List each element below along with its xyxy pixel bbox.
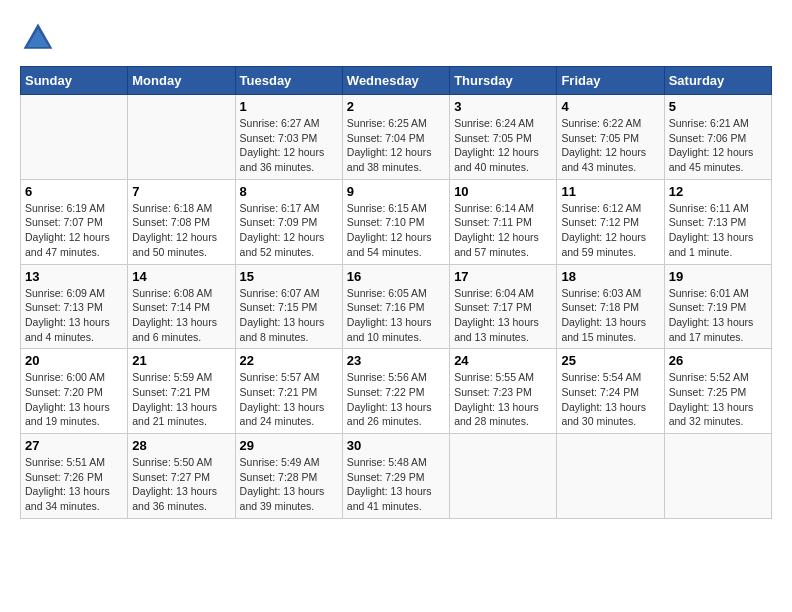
day-number: 26 <box>669 353 767 368</box>
calendar-cell: 25Sunrise: 5:54 AMSunset: 7:24 PMDayligh… <box>557 349 664 434</box>
day-number: 29 <box>240 438 338 453</box>
calendar-cell: 3Sunrise: 6:24 AMSunset: 7:05 PMDaylight… <box>450 95 557 180</box>
day-number: 8 <box>240 184 338 199</box>
day-info: Sunrise: 5:57 AMSunset: 7:21 PMDaylight:… <box>240 370 338 429</box>
day-number: 18 <box>561 269 659 284</box>
calendar-cell: 5Sunrise: 6:21 AMSunset: 7:06 PMDaylight… <box>664 95 771 180</box>
day-number: 13 <box>25 269 123 284</box>
calendar-cell: 19Sunrise: 6:01 AMSunset: 7:19 PMDayligh… <box>664 264 771 349</box>
calendar-cell: 22Sunrise: 5:57 AMSunset: 7:21 PMDayligh… <box>235 349 342 434</box>
day-info: Sunrise: 5:56 AMSunset: 7:22 PMDaylight:… <box>347 370 445 429</box>
day-info: Sunrise: 6:21 AMSunset: 7:06 PMDaylight:… <box>669 116 767 175</box>
header-wednesday: Wednesday <box>342 67 449 95</box>
calendar-cell: 18Sunrise: 6:03 AMSunset: 7:18 PMDayligh… <box>557 264 664 349</box>
day-info: Sunrise: 5:51 AMSunset: 7:26 PMDaylight:… <box>25 455 123 514</box>
day-number: 16 <box>347 269 445 284</box>
day-number: 7 <box>132 184 230 199</box>
calendar-cell: 9Sunrise: 6:15 AMSunset: 7:10 PMDaylight… <box>342 179 449 264</box>
calendar-cell <box>128 95 235 180</box>
day-number: 2 <box>347 99 445 114</box>
calendar-cell: 27Sunrise: 5:51 AMSunset: 7:26 PMDayligh… <box>21 434 128 519</box>
logo-icon <box>20 20 56 56</box>
day-info: Sunrise: 6:05 AMSunset: 7:16 PMDaylight:… <box>347 286 445 345</box>
day-number: 17 <box>454 269 552 284</box>
day-info: Sunrise: 5:54 AMSunset: 7:24 PMDaylight:… <box>561 370 659 429</box>
day-info: Sunrise: 6:27 AMSunset: 7:03 PMDaylight:… <box>240 116 338 175</box>
header-saturday: Saturday <box>664 67 771 95</box>
calendar-cell: 12Sunrise: 6:11 AMSunset: 7:13 PMDayligh… <box>664 179 771 264</box>
calendar-cell: 1Sunrise: 6:27 AMSunset: 7:03 PMDaylight… <box>235 95 342 180</box>
calendar-header: SundayMondayTuesdayWednesdayThursdayFrid… <box>21 67 772 95</box>
day-number: 19 <box>669 269 767 284</box>
calendar-cell: 16Sunrise: 6:05 AMSunset: 7:16 PMDayligh… <box>342 264 449 349</box>
calendar-cell: 28Sunrise: 5:50 AMSunset: 7:27 PMDayligh… <box>128 434 235 519</box>
day-number: 5 <box>669 99 767 114</box>
day-info: Sunrise: 6:18 AMSunset: 7:08 PMDaylight:… <box>132 201 230 260</box>
day-number: 14 <box>132 269 230 284</box>
header-row: SundayMondayTuesdayWednesdayThursdayFrid… <box>21 67 772 95</box>
day-info: Sunrise: 6:15 AMSunset: 7:10 PMDaylight:… <box>347 201 445 260</box>
calendar-cell: 14Sunrise: 6:08 AMSunset: 7:14 PMDayligh… <box>128 264 235 349</box>
week-row-3: 13Sunrise: 6:09 AMSunset: 7:13 PMDayligh… <box>21 264 772 349</box>
calendar-cell: 29Sunrise: 5:49 AMSunset: 7:28 PMDayligh… <box>235 434 342 519</box>
header-sunday: Sunday <box>21 67 128 95</box>
day-number: 15 <box>240 269 338 284</box>
day-info: Sunrise: 6:07 AMSunset: 7:15 PMDaylight:… <box>240 286 338 345</box>
calendar-cell: 26Sunrise: 5:52 AMSunset: 7:25 PMDayligh… <box>664 349 771 434</box>
calendar-cell <box>450 434 557 519</box>
calendar-cell: 15Sunrise: 6:07 AMSunset: 7:15 PMDayligh… <box>235 264 342 349</box>
day-info: Sunrise: 6:09 AMSunset: 7:13 PMDaylight:… <box>25 286 123 345</box>
day-info: Sunrise: 6:08 AMSunset: 7:14 PMDaylight:… <box>132 286 230 345</box>
day-info: Sunrise: 5:55 AMSunset: 7:23 PMDaylight:… <box>454 370 552 429</box>
day-number: 12 <box>669 184 767 199</box>
calendar-cell: 21Sunrise: 5:59 AMSunset: 7:21 PMDayligh… <box>128 349 235 434</box>
day-info: Sunrise: 5:49 AMSunset: 7:28 PMDaylight:… <box>240 455 338 514</box>
day-info: Sunrise: 6:03 AMSunset: 7:18 PMDaylight:… <box>561 286 659 345</box>
calendar-cell: 6Sunrise: 6:19 AMSunset: 7:07 PMDaylight… <box>21 179 128 264</box>
day-info: Sunrise: 5:59 AMSunset: 7:21 PMDaylight:… <box>132 370 230 429</box>
calendar-cell: 7Sunrise: 6:18 AMSunset: 7:08 PMDaylight… <box>128 179 235 264</box>
day-number: 4 <box>561 99 659 114</box>
day-number: 30 <box>347 438 445 453</box>
calendar-cell: 17Sunrise: 6:04 AMSunset: 7:17 PMDayligh… <box>450 264 557 349</box>
day-number: 6 <box>25 184 123 199</box>
day-number: 3 <box>454 99 552 114</box>
page-header <box>20 20 772 56</box>
day-info: Sunrise: 6:25 AMSunset: 7:04 PMDaylight:… <box>347 116 445 175</box>
day-number: 22 <box>240 353 338 368</box>
week-row-2: 6Sunrise: 6:19 AMSunset: 7:07 PMDaylight… <box>21 179 772 264</box>
day-info: Sunrise: 6:01 AMSunset: 7:19 PMDaylight:… <box>669 286 767 345</box>
day-number: 28 <box>132 438 230 453</box>
day-number: 23 <box>347 353 445 368</box>
week-row-4: 20Sunrise: 6:00 AMSunset: 7:20 PMDayligh… <box>21 349 772 434</box>
day-info: Sunrise: 6:22 AMSunset: 7:05 PMDaylight:… <box>561 116 659 175</box>
header-thursday: Thursday <box>450 67 557 95</box>
day-number: 25 <box>561 353 659 368</box>
calendar-cell: 24Sunrise: 5:55 AMSunset: 7:23 PMDayligh… <box>450 349 557 434</box>
calendar-cell <box>664 434 771 519</box>
day-number: 1 <box>240 99 338 114</box>
day-number: 10 <box>454 184 552 199</box>
calendar-cell <box>21 95 128 180</box>
day-info: Sunrise: 6:14 AMSunset: 7:11 PMDaylight:… <box>454 201 552 260</box>
calendar-cell: 2Sunrise: 6:25 AMSunset: 7:04 PMDaylight… <box>342 95 449 180</box>
day-number: 24 <box>454 353 552 368</box>
day-number: 9 <box>347 184 445 199</box>
week-row-1: 1Sunrise: 6:27 AMSunset: 7:03 PMDaylight… <box>21 95 772 180</box>
day-info: Sunrise: 6:12 AMSunset: 7:12 PMDaylight:… <box>561 201 659 260</box>
calendar-cell: 30Sunrise: 5:48 AMSunset: 7:29 PMDayligh… <box>342 434 449 519</box>
calendar-cell: 11Sunrise: 6:12 AMSunset: 7:12 PMDayligh… <box>557 179 664 264</box>
day-info: Sunrise: 5:52 AMSunset: 7:25 PMDaylight:… <box>669 370 767 429</box>
calendar-table: SundayMondayTuesdayWednesdayThursdayFrid… <box>20 66 772 519</box>
calendar-cell: 20Sunrise: 6:00 AMSunset: 7:20 PMDayligh… <box>21 349 128 434</box>
day-info: Sunrise: 6:11 AMSunset: 7:13 PMDaylight:… <box>669 201 767 260</box>
day-info: Sunrise: 6:24 AMSunset: 7:05 PMDaylight:… <box>454 116 552 175</box>
day-info: Sunrise: 5:48 AMSunset: 7:29 PMDaylight:… <box>347 455 445 514</box>
day-info: Sunrise: 6:04 AMSunset: 7:17 PMDaylight:… <box>454 286 552 345</box>
day-info: Sunrise: 6:19 AMSunset: 7:07 PMDaylight:… <box>25 201 123 260</box>
logo <box>20 20 60 56</box>
day-number: 27 <box>25 438 123 453</box>
header-monday: Monday <box>128 67 235 95</box>
week-row-5: 27Sunrise: 5:51 AMSunset: 7:26 PMDayligh… <box>21 434 772 519</box>
calendar-cell: 4Sunrise: 6:22 AMSunset: 7:05 PMDaylight… <box>557 95 664 180</box>
